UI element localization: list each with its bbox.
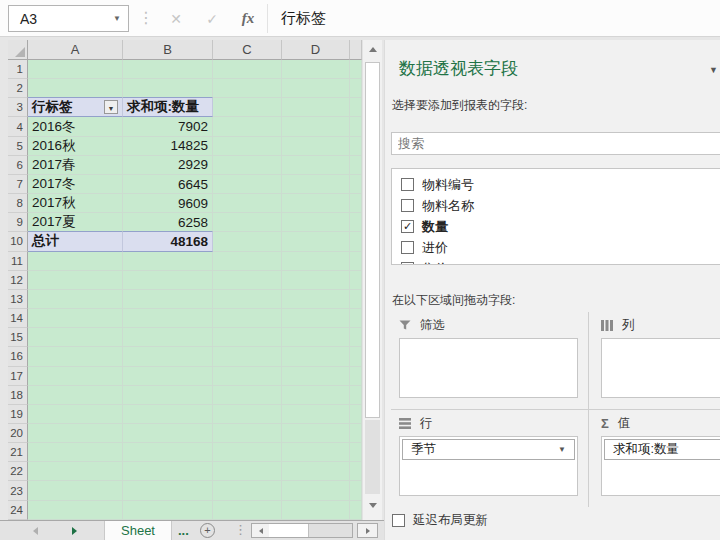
cell-B19[interactable]	[123, 405, 213, 424]
cell-A22[interactable]	[28, 462, 123, 481]
cell-B18[interactable]	[123, 386, 213, 405]
column-header-C[interactable]: C	[213, 40, 282, 60]
search-input[interactable]	[391, 132, 720, 155]
field-pill-values[interactable]: 求和项:数量	[604, 439, 720, 460]
cell-B3[interactable]: 求和项:数量	[123, 98, 213, 117]
row-header-24[interactable]: 24	[8, 501, 28, 520]
cell-B4[interactable]: 7902	[123, 117, 213, 136]
cell-C22[interactable]	[213, 462, 282, 481]
cell-B13[interactable]	[123, 290, 213, 309]
cell-D2[interactable]	[282, 79, 350, 98]
add-sheet-button[interactable]: +	[200, 523, 215, 538]
cell-A15[interactable]	[28, 328, 123, 347]
cell-C18[interactable]	[213, 386, 282, 405]
cell-E21[interactable]	[350, 443, 362, 462]
cell-A13[interactable]	[28, 290, 123, 309]
cell-B12[interactable]	[123, 271, 213, 290]
cell-A23[interactable]	[28, 481, 123, 500]
vertical-scrollbar-thumb[interactable]	[365, 62, 380, 418]
cell-D16[interactable]	[282, 347, 350, 366]
row-header-7[interactable]: 7	[8, 175, 28, 194]
horizontal-scrollbar-thumb[interactable]	[269, 524, 309, 537]
column-header-A[interactable]: A	[28, 40, 123, 60]
cell-C17[interactable]	[213, 367, 282, 386]
row-header-18[interactable]: 18	[8, 386, 28, 405]
cell-B7[interactable]: 6645	[123, 175, 213, 194]
row-header-4[interactable]: 4	[8, 117, 28, 136]
cell-A19[interactable]	[28, 405, 123, 424]
cell-A2[interactable]	[28, 79, 123, 98]
scroll-left-button[interactable]	[252, 524, 269, 537]
cell-C8[interactable]	[213, 194, 282, 213]
cell-B11[interactable]	[123, 252, 213, 271]
cell-E18[interactable]	[350, 386, 362, 405]
values-drop-box[interactable]: 求和项:数量	[601, 436, 720, 496]
cell-B15[interactable]	[123, 328, 213, 347]
field-item-物料编号[interactable]: 物料编号	[401, 174, 720, 195]
cell-D22[interactable]	[282, 462, 350, 481]
horizontal-scrollbar[interactable]	[251, 523, 353, 538]
field-checkbox[interactable]: ✓	[401, 220, 414, 233]
cell-B24[interactable]	[123, 501, 213, 520]
defer-layout-checkbox[interactable]	[392, 514, 405, 527]
cell-C13[interactable]	[213, 290, 282, 309]
cell-E22[interactable]	[350, 462, 362, 481]
tab-overflow-indicator[interactable]: ...	[178, 523, 189, 538]
cell-B10[interactable]: 48168	[123, 232, 213, 251]
sheet-tab-active[interactable]: Sheet	[104, 521, 172, 540]
field-item-售价[interactable]: 售价	[401, 258, 720, 265]
cell-E4[interactable]	[350, 117, 362, 136]
cell-A20[interactable]	[28, 424, 123, 443]
field-checkbox[interactable]	[401, 199, 414, 212]
row-header-9[interactable]: 9	[8, 213, 28, 232]
row-header-6[interactable]: 6	[8, 156, 28, 175]
cell-D14[interactable]	[282, 309, 350, 328]
select-all-corner[interactable]	[8, 40, 28, 60]
cell-A8[interactable]: 2017秋	[28, 194, 123, 213]
field-checkbox[interactable]	[401, 262, 414, 265]
row-header-12[interactable]: 12	[8, 271, 28, 290]
cell-D1[interactable]	[282, 60, 350, 79]
row-header-11[interactable]: 11	[8, 252, 28, 271]
row-header-2[interactable]: 2	[8, 79, 28, 98]
cell-C7[interactable]	[213, 175, 282, 194]
row-header-8[interactable]: 8	[8, 194, 28, 213]
cell-D5[interactable]	[282, 137, 350, 156]
previous-sheet-button[interactable]	[33, 527, 38, 535]
cell-E14[interactable]	[350, 309, 362, 328]
name-box[interactable]: A3 ▼	[8, 5, 129, 32]
row-header-5[interactable]: 5	[8, 137, 28, 156]
cell-E11[interactable]	[350, 252, 362, 271]
scroll-up-button[interactable]	[363, 40, 383, 59]
field-item-数量[interactable]: ✓数量	[401, 216, 720, 237]
field-item-物料名称[interactable]: 物料名称	[401, 195, 720, 216]
cell-E16[interactable]	[350, 347, 362, 366]
column-header-D[interactable]: D	[282, 40, 350, 60]
row-header-22[interactable]: 22	[8, 462, 28, 481]
name-box-caret-icon[interactable]: ▼	[106, 14, 128, 23]
cell-D3[interactable]	[282, 98, 350, 117]
cell-C1[interactable]	[213, 60, 282, 79]
cell-E5[interactable]	[350, 137, 362, 156]
insert-function-button[interactable]: fx	[232, 5, 264, 32]
cell-C6[interactable]	[213, 156, 282, 175]
scroll-down-button[interactable]	[363, 496, 383, 515]
cell-E3[interactable]	[350, 98, 362, 117]
cell-A11[interactable]	[28, 252, 123, 271]
cell-B9[interactable]: 6258	[123, 213, 213, 232]
cell-E12[interactable]	[350, 271, 362, 290]
cell-A21[interactable]	[28, 443, 123, 462]
cell-E17[interactable]	[350, 367, 362, 386]
cell-D19[interactable]	[282, 405, 350, 424]
row-header-21[interactable]: 21	[8, 443, 28, 462]
cell-D9[interactable]	[282, 213, 350, 232]
cell-D23[interactable]	[282, 481, 350, 500]
formula-input[interactable]: 行标签	[281, 9, 326, 28]
cell-A1[interactable]	[28, 60, 123, 79]
column-header-B[interactable]: B	[123, 40, 213, 60]
cell-A16[interactable]	[28, 347, 123, 366]
cell-D18[interactable]	[282, 386, 350, 405]
field-pill-rows[interactable]: 季节 ▼	[402, 439, 575, 460]
cell-A14[interactable]	[28, 309, 123, 328]
cell-D12[interactable]	[282, 271, 350, 290]
